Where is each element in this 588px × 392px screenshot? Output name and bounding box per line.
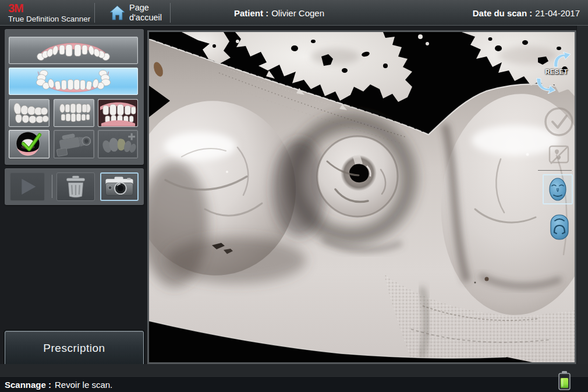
logo-3m: 3M bbox=[8, 2, 23, 15]
bite-left-icon bbox=[9, 100, 49, 126]
reset-arrow-up-icon bbox=[552, 52, 571, 68]
snapshot-button[interactable] bbox=[100, 172, 139, 201]
bite-front-icon bbox=[54, 100, 94, 126]
separator bbox=[170, 3, 171, 23]
play-button bbox=[10, 172, 45, 201]
app-window: 3M True Definition Scanner Page d'accuei… bbox=[0, 0, 588, 392]
brand: 3M True Definition Scanner bbox=[8, 2, 90, 23]
scan-date-label: Date du scan : bbox=[473, 8, 533, 18]
scan-approved-thumbnail[interactable] bbox=[9, 130, 49, 158]
bite-front-thumbnail[interactable] bbox=[54, 99, 94, 127]
status-label: Scannage : bbox=[5, 380, 51, 390]
home-label-line2: d'accueil bbox=[129, 13, 162, 22]
lower-band bbox=[0, 364, 588, 376]
right-gutter bbox=[576, 26, 588, 364]
app-name: True Definition Scanner bbox=[8, 15, 90, 23]
prescription-button[interactable]: Prescription bbox=[5, 331, 144, 366]
circle-check-icon bbox=[543, 105, 575, 138]
home-label-line1: Page bbox=[129, 3, 149, 12]
divider bbox=[538, 170, 572, 171]
upper-arch-icon bbox=[9, 37, 137, 63]
surface-view-button[interactable] bbox=[543, 174, 573, 204]
delete-button[interactable] bbox=[56, 172, 95, 201]
controls-panel bbox=[5, 168, 144, 205]
play-icon bbox=[10, 173, 44, 200]
separator bbox=[94, 3, 95, 23]
trash-icon bbox=[57, 173, 94, 200]
status-message: Revoir le scan. bbox=[55, 380, 112, 390]
home-icon bbox=[109, 5, 125, 20]
patient-label: Patient : bbox=[234, 8, 268, 18]
reset-button[interactable]: RESET bbox=[541, 68, 572, 75]
patient-name: Olivier Cogen bbox=[271, 8, 324, 18]
video-capture-thumbnail bbox=[54, 130, 94, 158]
upper-arch-thumbnail[interactable] bbox=[9, 37, 138, 64]
scan-date-value: 21-04-2017 bbox=[535, 8, 580, 18]
lower-arch-icon bbox=[9, 68, 137, 94]
face-smooth-icon bbox=[550, 214, 569, 241]
patient-info: Patient : Olivier Cogen bbox=[234, 0, 324, 26]
face-icon bbox=[548, 176, 568, 202]
teeth-plus-icon bbox=[98, 130, 137, 158]
lower-arch-thumbnail[interactable] bbox=[9, 68, 138, 95]
camcorder-icon bbox=[54, 130, 94, 158]
battery-icon bbox=[557, 370, 573, 391]
scan-3d-view[interactable]: RESET bbox=[149, 32, 575, 362]
add-scan-thumbnail bbox=[98, 130, 138, 158]
separator bbox=[52, 175, 52, 198]
bite-right-thumbnail[interactable] bbox=[98, 99, 138, 127]
card-slash-icon bbox=[546, 142, 572, 167]
scan-thumbnails-panel bbox=[5, 29, 144, 165]
bite-right-icon bbox=[98, 100, 137, 126]
bite-left-thumbnail[interactable] bbox=[9, 99, 49, 127]
tooth-check-icon bbox=[9, 130, 49, 158]
top-bar: 3M True Definition Scanner Page d'accuei… bbox=[0, 0, 588, 26]
viewport-frame: RESET bbox=[147, 30, 576, 364]
reset-arrow-down-icon bbox=[536, 78, 555, 94]
scan-render bbox=[149, 32, 575, 362]
smooth-view-button[interactable] bbox=[550, 214, 569, 241]
home-button[interactable]: Page d'accueil bbox=[109, 3, 162, 22]
camera-icon bbox=[101, 174, 137, 200]
status-bar: Scannage : Revoir le scan. bbox=[0, 376, 588, 392]
scan-date-info: Date du scan : 21-04-2017 bbox=[473, 0, 580, 26]
